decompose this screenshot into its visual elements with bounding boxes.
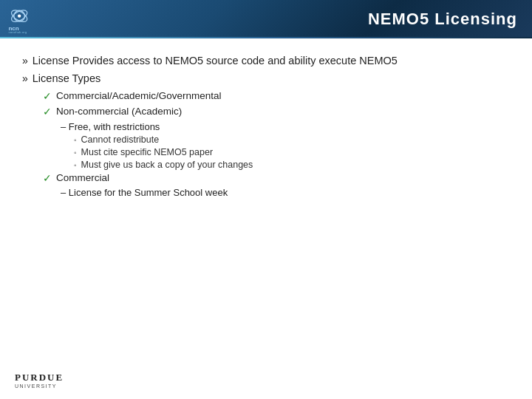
slide-footer: Purdue University: [0, 366, 532, 399]
commercial-sub-text: – License for the Summer School week: [61, 187, 228, 198]
round-bullet-icon-1: ◦: [74, 136, 77, 144]
check-item-noncommercial: ✓ Non-commercial (Academic): [43, 106, 510, 117]
slide-content: » License Provides access to NEMO5 sourc…: [0, 38, 532, 366]
main-point-1: » License Provides access to NEMO5 sourc…: [22, 55, 510, 66]
main-point-2: » License Types: [22, 72, 510, 84]
arrow-bullet-1: »: [22, 55, 28, 66]
restriction-1: ◦ Cannot redistribute: [74, 134, 510, 145]
header-bar: ncn nanohub.org NEMO5 Licensing: [0, 0, 532, 38]
free-restrictions-text: – Free, with restrictions: [61, 121, 160, 132]
commercial-label: Commercial: [56, 172, 109, 183]
round-bullet-icon-2: ◦: [74, 149, 77, 157]
slide: ncn nanohub.org NEMO5 Licensing » Licens…: [0, 0, 532, 399]
svg-point-3: [18, 14, 21, 17]
check-item-1-label: Commercial/Academic/Governmental: [56, 90, 222, 101]
purdue-logo: Purdue University: [15, 372, 64, 389]
checkmark-icon-1: ✓: [43, 90, 52, 102]
check-item-commercial: ✓ Commercial: [43, 172, 510, 184]
purdue-subtitle: University: [15, 383, 57, 389]
slide-title: NEMO5 Licensing: [368, 10, 517, 29]
restriction-2: ◦ Must cite specific NEMO5 paper: [74, 147, 510, 157]
restriction-1-text: Cannot redistribute: [81, 134, 160, 145]
main-point-1-text: License Provides access to NEMO5 source …: [33, 55, 398, 66]
free-restrictions-header: – Free, with restrictions: [61, 121, 510, 132]
checkmark-icon-2: ✓: [43, 106, 52, 117]
check-item-commercial-academic: ✓ Commercial/Academic/Governmental: [43, 90, 510, 102]
restriction-3-text: Must give us back a copy of your changes: [81, 160, 253, 170]
svg-text:nanohub.org: nanohub.org: [8, 30, 27, 34]
arrow-bullet-2: »: [22, 72, 28, 84]
check-item-2-label: Non-commercial (Academic): [56, 106, 182, 117]
commercial-sub-item: – License for the Summer School week: [61, 187, 510, 198]
purdue-name: Purdue: [15, 372, 64, 383]
main-point-2-text: License Types: [33, 72, 100, 84]
round-bullet-icon-3: ◦: [74, 161, 77, 169]
nanohub-logo-icon: ncn nanohub.org: [7, 4, 40, 34]
checkmark-icon-3: ✓: [43, 172, 52, 184]
restriction-2-text: Must cite specific NEMO5 paper: [81, 147, 214, 157]
restriction-3: ◦ Must give us back a copy of your chang…: [74, 160, 510, 170]
logo-area: ncn nanohub.org: [7, 4, 40, 34]
